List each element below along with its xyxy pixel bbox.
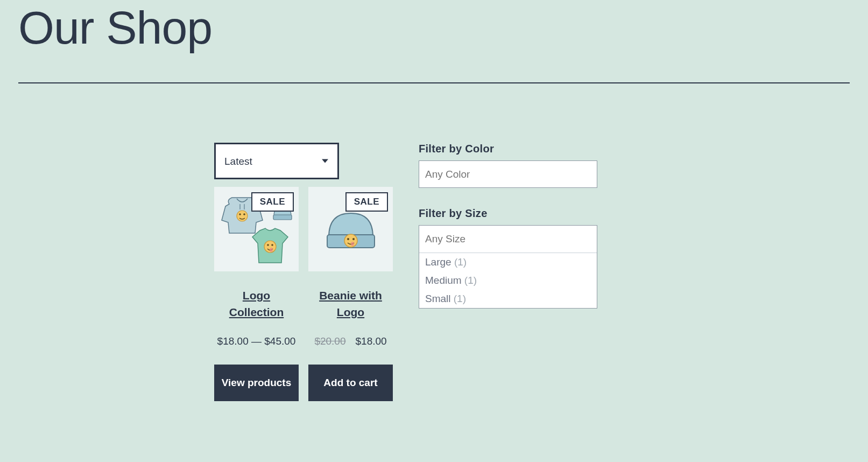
option-name: Large	[425, 256, 451, 268]
option-count: (1)	[454, 293, 466, 304]
products-area: Latest	[214, 143, 393, 401]
svg-point-2	[243, 213, 245, 215]
svg-point-12	[347, 238, 349, 240]
filter-size-group: Filter by Size Large (1) Medium (1) Smal…	[419, 207, 599, 309]
tshirt-icon	[249, 227, 291, 266]
svg-point-9	[270, 248, 273, 252]
sale-badge: SALE	[251, 192, 294, 212]
page-title: Our Shop	[0, 0, 868, 55]
svg-point-7	[267, 244, 269, 246]
price-original: $20.00	[314, 335, 345, 347]
filter-size-input[interactable]	[419, 226, 597, 253]
view-products-button[interactable]: View products	[214, 365, 299, 401]
sort-select-wrapper: Latest	[214, 143, 339, 179]
svg-point-13	[352, 238, 355, 240]
product-title-link[interactable]: Beanie with Logo	[308, 288, 393, 320]
filter-color-group: Filter by Color	[419, 143, 599, 188]
filter-size-label: Filter by Size	[419, 207, 599, 220]
svg-point-8	[271, 244, 273, 246]
filter-size-dropdown: Large (1) Medium (1) Small (1)	[419, 225, 597, 309]
svg-point-14	[351, 242, 354, 246]
product-image[interactable]: SALE	[214, 187, 299, 271]
content-wrapper: Latest	[0, 83, 868, 401]
sort-select[interactable]: Latest	[214, 143, 339, 179]
svg-rect-5	[273, 215, 292, 220]
product-title-link[interactable]: Logo Collection	[214, 288, 299, 320]
svg-point-11	[344, 234, 357, 247]
option-count: (1)	[464, 275, 477, 286]
product-image[interactable]: SALE	[308, 187, 393, 271]
filters-area: Filter by Color Filter by Size Large (1)…	[419, 143, 599, 401]
svg-point-1	[239, 213, 241, 215]
svg-point-0	[237, 211, 248, 221]
size-option-medium[interactable]: Medium (1)	[419, 271, 597, 290]
price-current: $18.00	[356, 335, 387, 347]
add-to-cart-button[interactable]: Add to cart	[308, 365, 393, 401]
products-grid: SALE Logo Collection $18.00 — $45.00 Vie…	[214, 187, 393, 401]
option-count: (1)	[454, 256, 467, 268]
filter-color-input[interactable]	[419, 160, 597, 188]
filter-color-label: Filter by Color	[419, 143, 599, 155]
product-price: $18.00 — $45.00	[214, 335, 299, 347]
option-name: Small	[425, 293, 451, 304]
product-price: $20.00$18.00	[308, 335, 393, 347]
product-card: SALE Logo Collection $18.00 — $45.00 Vie…	[214, 187, 299, 401]
beanie-icon	[321, 206, 380, 253]
product-card: SALE Beanie with Logo $20.00$18.00 Add t…	[308, 187, 393, 401]
size-option-small[interactable]: Small (1)	[419, 290, 597, 308]
size-option-large[interactable]: Large (1)	[419, 253, 597, 271]
sale-badge: SALE	[345, 192, 388, 212]
option-name: Medium	[425, 275, 462, 286]
